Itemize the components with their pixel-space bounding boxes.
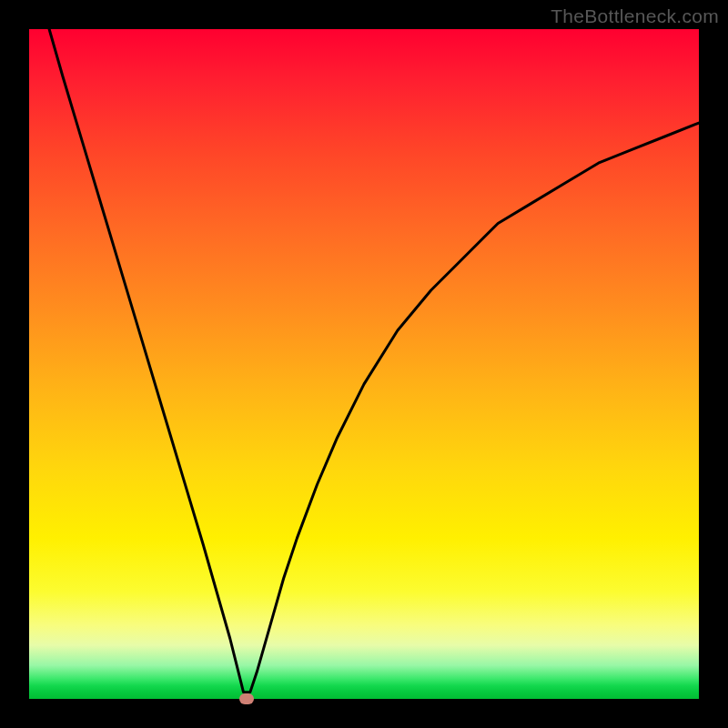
watermark-text: TheBottleneck.com — [551, 5, 719, 27]
bottleneck-curve — [29, 29, 699, 699]
plot-area — [29, 29, 699, 699]
chart-frame: TheBottleneck.com — [0, 0, 728, 728]
minimum-marker — [239, 693, 254, 704]
